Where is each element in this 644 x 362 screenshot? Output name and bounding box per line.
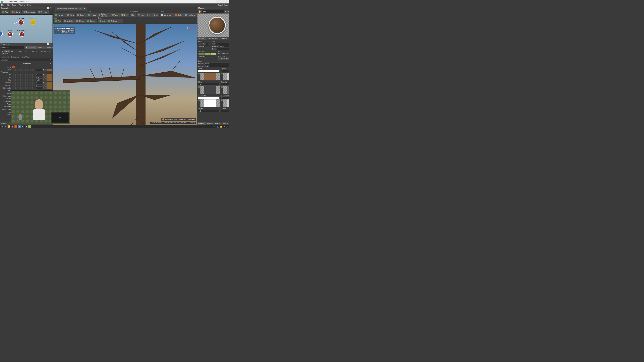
- edit-gizmo-button[interactable]: Gizmo: [75, 19, 86, 23]
- map-thumbnail[interactable]: [200, 99, 220, 107]
- viewport-3d[interactable]: perspective POLYGONS - SELECTED branches…: [53, 23, 197, 125]
- footer-tab-meshes[interactable]: Meshes: [214, 122, 222, 125]
- tab-all[interactable]: All: [1, 50, 4, 52]
- menu-file[interactable]: File: [1, 4, 4, 6]
- map-value-input[interactable]: [198, 83, 219, 86]
- map-thumbnail[interactable]: [223, 99, 229, 107]
- prop-curve[interactable]: [47, 74, 52, 76]
- prop-value-input[interactable]: [36, 69, 42, 71]
- tray-volume-icon[interactable]: 🔊: [226, 125, 228, 128]
- gen-actions-button[interactable]: Actions: [10, 10, 22, 14]
- mat-add-button[interactable]: +: [227, 10, 229, 13]
- render-button[interactable]: Render: [54, 13, 65, 17]
- edit-add-button[interactable]: Add: [54, 19, 62, 23]
- gen-options-button[interactable]: Options: [37, 10, 48, 14]
- gen-add-button[interactable]: Add: [1, 10, 10, 14]
- map-value-input[interactable]: [198, 96, 219, 99]
- var-swatch-2[interactable]: [204, 53, 210, 55]
- tab-animation[interactable]: Animation: [1, 56, 10, 58]
- map-enable-check[interactable]: ✓: [221, 99, 223, 101]
- prop-value-input[interactable]: [36, 87, 42, 89]
- prop-curve[interactable]: [47, 69, 52, 71]
- prop-spinner[interactable]: ▴▾: [43, 82, 44, 84]
- back-arrow-button[interactable]: ⬅: [119, 19, 123, 23]
- footer-tab-matsets[interactable]: Material Sets: [206, 122, 214, 125]
- map-value-input[interactable]: [221, 110, 229, 112]
- two-sided-check[interactable]: [206, 43, 208, 45]
- hand-tool-icon[interactable]: ✋: [198, 9, 202, 13]
- material-preview[interactable]: [198, 13, 229, 37]
- tab-handdrawn[interactable]: Hand Drawn: [20, 56, 31, 58]
- map-value-input[interactable]: [221, 83, 229, 86]
- prop-slider[interactable]: [12, 79, 36, 81]
- prop-spinner[interactable]: ▴▾: [43, 84, 44, 87]
- menu-help[interactable]: Help: [27, 4, 31, 6]
- prop-variance[interactable]: [45, 87, 47, 89]
- prop-curve[interactable]: [47, 84, 52, 87]
- back-mat-input[interactable]: [204, 62, 229, 65]
- prop-value-input[interactable]: [36, 84, 42, 87]
- res-high-button[interactable]: High: [130, 13, 136, 17]
- explorer-button[interactable]: 📁: [8, 125, 10, 128]
- maximize-button[interactable]: ☐: [220, 0, 224, 3]
- menu-tools[interactable]: Tools: [12, 4, 16, 6]
- tab-uv[interactable]: UV: [35, 50, 40, 52]
- app2-button[interactable]: ◐: [22, 125, 24, 128]
- minimize-button[interactable]: —: [216, 0, 220, 3]
- map-thumbnail[interactable]: [200, 73, 220, 80]
- back-spacing-input[interactable]: [205, 65, 229, 67]
- make-new-set-button[interactable]: Make New Set...: [218, 57, 229, 60]
- map-value-input[interactable]: [221, 96, 229, 99]
- tray-chevron-icon[interactable]: ^: [214, 125, 216, 128]
- map-value-input[interactable]: [198, 110, 219, 112]
- prop-value-input[interactable]: [36, 82, 42, 84]
- selection-name-input[interactable]: [1, 46, 24, 49]
- show-button[interactable]: Show: [65, 13, 75, 17]
- mat-tab-uvareas[interactable]: UV Areas: [220, 37, 228, 40]
- season-swatch[interactable]: [204, 45, 209, 47]
- node-trunk[interactable]: Trunk: [8, 29, 13, 37]
- prop-spinner[interactable]: ▴▾: [43, 74, 44, 76]
- map-value-input[interactable]: [221, 70, 229, 72]
- tab-forces[interactable]: Forces: [16, 50, 23, 52]
- vmode-generator-button[interactable]: Generator: [160, 13, 173, 17]
- mat-prev-button[interactable]: ◄: [224, 10, 227, 13]
- tab-spine[interactable]: Spine: [10, 50, 16, 52]
- active-color[interactable]: [12, 66, 15, 68]
- prop-slider[interactable]: [12, 69, 36, 71]
- document-tab[interactable]: IntroToSpeedTreePineTree.spm* ✕: [54, 7, 87, 10]
- tray-wifi-icon[interactable]: 📶: [220, 125, 222, 128]
- prop-value-input[interactable]: [36, 76, 42, 78]
- speedtree-taskbar[interactable]: ▦: [28, 125, 31, 128]
- prop-slider[interactable]: [12, 74, 36, 76]
- vmode-freehand-button[interactable]: Freehand: [183, 13, 196, 17]
- props-popout-icon[interactable]: ⬜: [47, 43, 49, 45]
- panel-popout-icon[interactable]: ⬜: [47, 7, 49, 9]
- map-enable-check[interactable]: ✓: [198, 73, 200, 74]
- scale-input[interactable]: [216, 43, 229, 45]
- node-brokenbranch[interactable]: BrokenBra...: [17, 29, 27, 37]
- menu-edit[interactable]: Edit: [6, 4, 10, 6]
- node-root[interactable]: [0, 31, 3, 36]
- amount-swatch[interactable]: [204, 56, 206, 57]
- tab-segments[interactable]: Segments: [10, 56, 20, 58]
- map-spinner[interactable]: [219, 70, 220, 72]
- generation-section-header[interactable]: Generation: ⟳: [0, 58, 53, 61]
- mode-node-button[interactable]: Node: [37, 46, 46, 49]
- chrome-button[interactable]: ◉: [11, 125, 14, 128]
- prop-value-input[interactable]: [36, 79, 42, 81]
- prop-variance[interactable]: [45, 69, 47, 71]
- vmode-node-button[interactable]: Node: [173, 13, 183, 17]
- var-swatch-1[interactable]: [198, 53, 204, 55]
- material-selector[interactable]: Bark: [202, 10, 224, 13]
- prop-slider[interactable]: [12, 87, 36, 89]
- collision-objects-button[interactable]: Collision Objects: [98, 13, 110, 17]
- prop-value-input[interactable]: [36, 74, 42, 76]
- map-enable-check[interactable]: ✓: [198, 99, 200, 101]
- light-button[interactable]: Light: [120, 13, 130, 17]
- handling-input[interactable]: [218, 45, 229, 47]
- map-thumbnail[interactable]: [200, 86, 220, 94]
- prop-curve[interactable]: [47, 82, 52, 84]
- node-level2b[interactable]: Level 2 B: [29, 18, 37, 25]
- prop-curve[interactable]: [47, 79, 52, 81]
